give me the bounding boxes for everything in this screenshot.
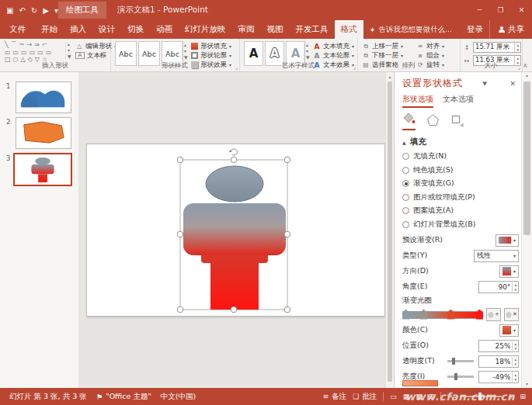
bring-forward-button[interactable]: ⧉ 上移一层 ▾ [362, 42, 403, 50]
tell-me-box[interactable]: ✦ 告诉我您想要做什么... [363, 20, 459, 39]
brightness-spinner[interactable]: ▴▾ [478, 371, 519, 383]
slide-counter[interactable]: 幻灯片 第 3 张, 共 3 张 [9, 392, 87, 402]
scrollbar-thumb[interactable] [523, 81, 530, 235]
gradient-stop[interactable] [447, 310, 454, 320]
scrollbar-thumb[interactable] [388, 81, 392, 382]
type-combobox[interactable]: 线性▾ [474, 250, 519, 262]
tab-insert[interactable]: 插入 [64, 20, 92, 39]
brightness-slider[interactable] [447, 376, 474, 378]
normal-view-icon[interactable]: ▭ [390, 393, 397, 400]
undo-icon[interactable]: ↶ [19, 6, 25, 15]
gradient-stop[interactable] [476, 310, 483, 320]
slide-thumbnail-2[interactable] [16, 117, 71, 149]
slideshow-icon[interactable]: ▶ [43, 6, 49, 15]
dialog-launcher-icon[interactable]: ⌟ [518, 64, 520, 71]
gallery-up-icon[interactable]: ▴ [184, 42, 188, 48]
position-input[interactable] [479, 342, 512, 350]
spin-down-icon[interactable]: ▾ [514, 346, 516, 351]
transparency-spinner[interactable]: ▴▾ [478, 355, 519, 368]
gallery-up-icon[interactable]: ▴ [306, 42, 310, 48]
radio-no-fill[interactable]: 无填充(N) [402, 151, 519, 161]
resize-handle[interactable] [231, 157, 237, 163]
ellipse-shape[interactable] [206, 166, 263, 202]
tab-developer[interactable]: 开发工具 [290, 20, 335, 39]
resize-handle[interactable] [284, 306, 290, 313]
direction-dropdown[interactable]: ▾ [499, 265, 519, 278]
dialog-launcher-icon[interactable]: ⌟ [353, 64, 356, 71]
shape-fill-button[interactable]: 形状填充 ▾ [191, 42, 231, 50]
gallery-down-icon[interactable]: ▾ [68, 47, 71, 54]
radio-picture-fill[interactable]: 图片或纹理填充(P) [402, 192, 519, 202]
text-outline-button[interactable]: A 文本轮廓 ▾ [313, 51, 354, 60]
language-indicator[interactable]: 中文(中国) [161, 392, 196, 402]
position-spinner[interactable]: ▴▾ [478, 340, 519, 352]
gallery-down-icon[interactable]: ▾ [306, 48, 310, 54]
shape-height-input[interactable] [474, 43, 514, 51]
slider-thumb[interactable] [452, 358, 455, 365]
size-properties-icon[interactable] [450, 114, 464, 130]
tab-animations[interactable]: 动画 [150, 20, 179, 39]
slide-editing-surface[interactable] [86, 144, 385, 317]
resize-handle[interactable] [284, 231, 290, 237]
align-button[interactable]: ≡ 对齐 ▾ [416, 42, 444, 50]
fill-line-icon[interactable] [402, 112, 416, 130]
resize-handle[interactable] [284, 157, 290, 163]
radio-pattern-fill[interactable]: 图案填充(A) [402, 206, 519, 216]
color-dropdown[interactable]: ▾ [499, 324, 519, 337]
resize-handle[interactable] [177, 306, 183, 313]
angle-input[interactable] [479, 283, 512, 291]
gallery-up-icon[interactable]: ▴ [68, 41, 71, 47]
transparency-input[interactable] [479, 358, 512, 365]
collapse-ribbon-icon[interactable]: ∧ [523, 62, 527, 69]
tab-home[interactable]: 开始 [35, 20, 64, 39]
dialog-launcher-icon[interactable]: ⌟ [235, 64, 238, 71]
radio-gradient-fill-selected[interactable]: 渐变填充(G) [402, 178, 519, 189]
slider-thumb[interactable] [454, 373, 457, 380]
gallery-more-icon[interactable]: ▼ [306, 54, 310, 61]
effects-icon[interactable] [426, 114, 440, 130]
rounded-rectangle-shape[interactable] [183, 203, 286, 255]
scroll-down-icon[interactable]: ▾ [522, 381, 532, 386]
tab-review[interactable]: 审阅 [232, 20, 261, 39]
gallery-down-icon[interactable]: ▾ [184, 48, 188, 54]
spin-down-icon[interactable]: ▾ [514, 377, 516, 382]
stem-shape[interactable] [201, 254, 268, 310]
pane-scrollbar[interactable]: ▴ ▾ [521, 72, 532, 388]
shape-height-spinner[interactable]: ▴▾ [473, 42, 521, 53]
radio-solid-fill[interactable]: 纯色填充(S) [402, 165, 519, 175]
minimize-icon[interactable]: ─ [469, 0, 490, 20]
close-icon[interactable]: ✕ [511, 0, 532, 20]
preset-gradient-dropdown[interactable]: ▾ [495, 234, 519, 247]
pane-options-icon[interactable]: ▼ [480, 81, 490, 87]
scroll-up-icon[interactable]: ▴ [386, 72, 394, 79]
redo-icon[interactable]: ↻ [31, 6, 37, 15]
tab-design[interactable]: 设计 [92, 20, 121, 39]
shape-outline-button[interactable]: 形状轮廓 ▾ [191, 51, 231, 60]
qat-customize-icon[interactable]: ▾ [54, 6, 58, 15]
tab-text-options[interactable]: 文本选项 [443, 94, 474, 108]
pane-close-icon[interactable]: ✕ [506, 80, 519, 88]
slide-thumbnail-3-selected[interactable] [13, 153, 72, 186]
radio-background-fill[interactable]: 幻灯片背景填充(B) [402, 220, 519, 230]
gallery-more-icon[interactable]: ▼ [68, 54, 71, 60]
rotate-handle[interactable] [229, 149, 238, 155]
remove-gradient-stop-button[interactable]: ✕ [504, 308, 519, 321]
fit-to-window-icon[interactable]: ⊞ [520, 393, 526, 400]
selected-shape-group[interactable] [183, 166, 286, 310]
tab-transitions[interactable]: 切换 [121, 20, 150, 39]
share-button[interactable]: 共享 [489, 20, 532, 39]
transparency-slider[interactable] [447, 360, 474, 362]
send-backward-button[interactable]: ⧉ 下移一层 ▾ [362, 51, 403, 60]
spin-down-icon[interactable]: ▾ [514, 362, 516, 366]
canvas-scrollbar[interactable]: ▴ [385, 72, 394, 388]
spin-down-icon[interactable]: ▾ [514, 287, 516, 292]
gradient-stop[interactable] [402, 310, 409, 320]
scroll-up-icon[interactable]: ▴ [522, 72, 532, 78]
shape-gallery[interactable]: ╲⌒~→⇒⌐ ▭▭▭▭▭▭ □○△◇▽☆ [5, 41, 54, 64]
brightness-input[interactable] [479, 373, 512, 381]
comments-button[interactable]: ❏批注 [353, 392, 377, 402]
angle-spinner[interactable]: ▴▾ [478, 281, 519, 293]
notes-button[interactable]: ≡备注 [323, 392, 347, 402]
tab-view[interactable]: 视图 [261, 20, 290, 39]
group-button[interactable]: ⧈ 组合 ▾ [416, 51, 444, 60]
